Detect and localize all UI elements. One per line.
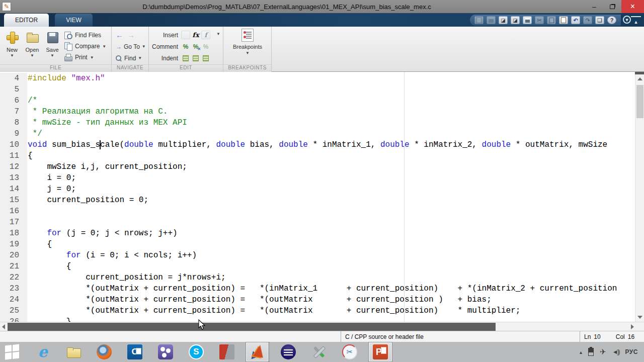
scroll-down-button[interactable] bbox=[635, 313, 644, 322]
code-text[interactable]: #include "mex.h" bbox=[27, 73, 105, 84]
airplane-mode-icon[interactable]: ✈ bbox=[600, 347, 606, 356]
go-to-dropdown-arrow[interactable]: ▼ bbox=[142, 44, 146, 49]
find-button[interactable]: Find ▼ bbox=[116, 52, 146, 64]
line-number[interactable]: 8 bbox=[0, 117, 19, 128]
scroll-up-button[interactable] bbox=[635, 74, 644, 83]
code-text[interactable]: * mwSize - тип данных из MEX API bbox=[27, 117, 187, 128]
line-number[interactable]: 5 bbox=[0, 84, 19, 95]
file-explorer-taskbar-button[interactable] bbox=[61, 342, 86, 362]
language-indicator[interactable]: РУС bbox=[625, 348, 638, 355]
code-text[interactable]: for (j = 0; j < nrows; j++) bbox=[27, 228, 178, 239]
matlab-taskbar-button[interactable] bbox=[246, 342, 270, 362]
line-number[interactable]: 25 bbox=[0, 305, 19, 316]
skype-taskbar-button[interactable] bbox=[184, 342, 208, 362]
search-docs-icon[interactable]: ▾ bbox=[623, 16, 631, 24]
line-number[interactable]: 10 bbox=[0, 139, 19, 150]
code-text[interactable]: mwSize i,j, current_position; bbox=[27, 161, 187, 172]
horizontal-scroll-thumb[interactable] bbox=[8, 323, 496, 331]
code-text[interactable]: *(outMatrix + current_position) = *(outM… bbox=[27, 305, 520, 316]
outlook-taskbar-button[interactable] bbox=[123, 342, 147, 362]
go-to-button[interactable]: → Go To ▼ bbox=[116, 41, 146, 52]
code-text[interactable] bbox=[27, 217, 28, 228]
line-number[interactable]: 11 bbox=[0, 150, 19, 161]
print-dropdown-arrow[interactable]: ▼ bbox=[90, 55, 94, 60]
breakpoints-dropdown-arrow[interactable]: ▼ bbox=[246, 51, 250, 55]
line-number[interactable]: 4 bbox=[0, 73, 19, 84]
internet-explorer-taskbar-button[interactable] bbox=[31, 342, 55, 362]
new-button[interactable]: New ▼ bbox=[2, 29, 22, 63]
close-button[interactable]: × bbox=[621, 0, 644, 13]
insert-dropdown-arrow[interactable]: ▼ bbox=[216, 32, 220, 36]
firefox-taskbar-button[interactable] bbox=[92, 342, 116, 362]
scroll-right-button[interactable] bbox=[629, 322, 636, 331]
find-dropdown-arrow[interactable]: ▼ bbox=[138, 56, 142, 60]
smart-indent-icon[interactable] bbox=[181, 54, 190, 62]
breakpoints-button[interactable]: Breakpoints ▼ bbox=[223, 29, 272, 55]
code-text[interactable]: *(outMatrix + current_position) = *(outM… bbox=[27, 294, 492, 305]
code-text[interactable]: * Реализация алгоритма на C. bbox=[27, 106, 168, 117]
code-text[interactable]: j = 0; bbox=[27, 184, 76, 195]
code-text[interactable]: { bbox=[27, 239, 52, 250]
line-number[interactable]: 6 bbox=[0, 95, 19, 106]
vertical-scroll-thumb[interactable] bbox=[636, 85, 643, 118]
code-text[interactable]: *(outMatrix + current_position) = *(inMa… bbox=[27, 283, 617, 294]
code-text[interactable]: */ bbox=[27, 128, 42, 139]
line-number[interactable]: 23 bbox=[0, 283, 19, 294]
find-files-button[interactable]: Find Files bbox=[64, 30, 106, 41]
line-number[interactable]: 15 bbox=[0, 195, 19, 206]
code-text[interactable]: current_position = j*nrows+i; bbox=[27, 272, 226, 283]
save-dropdown-arrow[interactable]: ▼ bbox=[50, 53, 54, 58]
new-window-icon[interactable] bbox=[511, 16, 520, 24]
back-arrow-icon[interactable]: ← bbox=[116, 31, 123, 39]
purple-app-taskbar-button[interactable] bbox=[153, 342, 178, 362]
line-number[interactable]: 9 bbox=[0, 128, 19, 139]
tray-expand-icon[interactable]: ▴ bbox=[580, 349, 582, 355]
compare-button[interactable]: Compare ▼ bbox=[64, 41, 106, 52]
code-text[interactable] bbox=[27, 206, 28, 217]
reader-app-taskbar-button[interactable] bbox=[215, 342, 239, 362]
code-text[interactable]: i = 0; bbox=[27, 172, 76, 184]
insert-function-icon[interactable]: fx bbox=[191, 31, 200, 39]
save-button[interactable]: Save ▼ bbox=[42, 29, 62, 63]
line-number[interactable]: 16 bbox=[0, 206, 19, 217]
help-icon[interactable] bbox=[607, 16, 616, 24]
eclipse-taskbar-button[interactable] bbox=[276, 342, 300, 362]
insert-section-icon[interactable] bbox=[181, 31, 190, 39]
tab-view[interactable]: VIEW bbox=[55, 14, 93, 27]
snipping-tool-taskbar-button[interactable] bbox=[338, 342, 362, 362]
restore-button[interactable] bbox=[603, 0, 621, 13]
indent-right-icon[interactable] bbox=[191, 54, 200, 62]
print-button[interactable]: Print ▼ bbox=[64, 52, 106, 63]
code-text[interactable] bbox=[27, 84, 28, 95]
code-text[interactable]: /* bbox=[27, 95, 37, 106]
compare-dropdown-arrow[interactable]: ▼ bbox=[102, 44, 106, 49]
line-number[interactable]: 22 bbox=[0, 272, 19, 283]
line-number[interactable]: 21 bbox=[0, 261, 19, 272]
undo-icon[interactable] bbox=[571, 16, 580, 24]
minimize-button[interactable]: – bbox=[585, 0, 603, 13]
paste-icon[interactable] bbox=[559, 16, 568, 24]
line-number[interactable]: 19 bbox=[0, 239, 19, 250]
line-number[interactable]: 13 bbox=[0, 172, 19, 184]
code-text[interactable]: void sum_bias_scale(double multiplier, d… bbox=[27, 139, 607, 150]
line-number[interactable]: 7 bbox=[0, 106, 19, 117]
vertical-scrollbar[interactable] bbox=[635, 72, 644, 322]
open-button[interactable]: Open ▼ bbox=[22, 29, 42, 63]
uncomment-icon[interactable]: % bbox=[191, 42, 200, 51]
line-number[interactable]: 20 bbox=[0, 250, 19, 261]
open-window-icon[interactable] bbox=[499, 16, 508, 24]
line-number[interactable]: 17 bbox=[0, 217, 19, 228]
line-number[interactable]: 24 bbox=[0, 294, 19, 305]
open-dropdown-arrow[interactable]: ▼ bbox=[30, 53, 34, 58]
battery-icon[interactable] bbox=[588, 348, 594, 356]
code-editor[interactable]: 4#include "mex.h"56/*7 * Реализация алго… bbox=[0, 72, 644, 322]
line-number[interactable]: 12 bbox=[0, 161, 19, 172]
code-text[interactable]: current_position = 0; bbox=[27, 195, 148, 206]
line-number[interactable]: 26 bbox=[0, 316, 19, 322]
new-dropdown-arrow[interactable]: ▼ bbox=[10, 53, 14, 58]
code-text[interactable]: } bbox=[27, 316, 71, 322]
powerpoint-taskbar-button[interactable] bbox=[368, 342, 392, 362]
tools-app-taskbar-button[interactable] bbox=[307, 342, 331, 362]
tab-editor[interactable]: EDITOR bbox=[4, 14, 49, 27]
line-number[interactable]: 18 bbox=[0, 228, 19, 239]
